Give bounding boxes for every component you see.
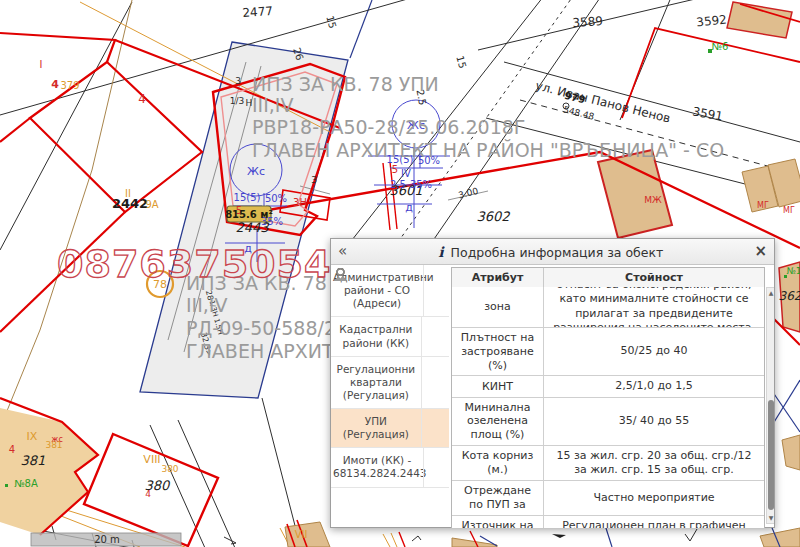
map-label: МГ [783,206,795,215]
map-label: МЖ [644,195,662,205]
map-label: жс [51,435,63,444]
black-mark [552,534,566,538]
map-label: 379 [60,80,79,91]
map-label: №8А [14,478,38,489]
map-label: 2.5 [390,179,406,190]
layer-sidebar: Административни райони - СО (Адреси) Кад… [331,265,449,488]
map-label: 3.00 [457,186,479,201]
map-label: д [405,201,413,214]
layer-pin-icon [421,317,449,355]
scroll-up-icon[interactable]: ▲ [767,288,774,298]
value-cell: Частно мероприятие [544,481,764,515]
map-label: 15 [324,15,338,30]
map-label: 380 [161,464,178,474]
table-row: Отреждане по ПУП за Частно мероприятие [452,480,764,515]
table-row: Кота корниз (м.) 15 за жил. сгр. 20 за о… [452,445,764,481]
panel-body: Административни райони - СО (Адреси) Кад… [331,265,774,528]
map-label: 4 [138,92,146,106]
value-cell: 2,5/1,0 до 1,5 [544,376,764,396]
collapse-button[interactable]: « [338,244,347,259]
attr-cell: Отреждане по ПУП за [452,481,544,515]
brown-line [0,0,132,428]
map-label: 548.48 [562,104,595,121]
map-label: 3592 [696,12,728,29]
map-label: ГЛАВЕН АРХИТЕКТ НА РАЙОН "ВРЪБНИЦА" - СО [252,139,724,161]
table-scrollbar[interactable]: ▲ ▼ [766,287,774,524]
sidebar-item-label: Имоти (КК) - 68134.2824.2443 [331,448,423,486]
value-cell: 35/ 40 до 55 [544,398,764,445]
map-label: 1/3 [230,96,244,106]
table-row: КИНТ 2,5/1,0 до 1,5 [452,375,764,396]
value-cell: 50/25 до 40 [544,328,764,375]
map-label: №1 [786,266,800,276]
map-label: IX [27,430,38,443]
map-label: 9А [145,199,158,210]
attr-cell: Източник на данните [452,516,544,528]
layer-pin-icon [423,265,449,316]
map-label: 2442 [112,196,148,211]
map-label: РД-09-50-588/21 [186,317,348,339]
map-label: 3591 [691,105,724,124]
map-label: 5 [392,164,398,175]
table-row: Източник на данните Регулационен план в … [452,515,764,528]
scroll-down-icon[interactable]: ▼ [767,513,774,523]
highlight-edge [350,0,372,58]
layer-pin-icon [421,409,449,447]
map-label: 381 [21,453,46,468]
map-label: 4 [145,489,151,499]
sidebar-item-label: Регулационни квартали (Регулация) [331,357,421,408]
map-label: 0876375054 [57,242,331,286]
map-label: 815.6 м² [225,209,273,220]
sidebar-item-label: Кадастрални райони (КК) [331,317,421,355]
map-label: 20 m [94,534,120,545]
sidebar-item-upi-regulation[interactable]: УПИ (Регулация) [331,409,449,448]
map-label: Жс [247,165,265,178]
panel-title: Подробна информация за обект [451,245,664,260]
sidebar-item-imoti-kk[interactable]: Имоти (КК) - 68134.2824.2443 [331,448,449,487]
map-label: III,IV [252,94,293,116]
value-cell: отнасят за околоградския район, като мин… [544,287,764,327]
layer-pin-icon [423,448,449,486]
table-row: Плътност на застрояване (%) 50/25 до 40 [452,327,764,375]
panel-header: « iПодробна информация за обект × [331,239,774,265]
value-cell: Регулационен план в графичен вид [544,516,764,528]
map-label: VIII [143,453,160,466]
attr-cell: Плътност на застрояване (%) [452,328,544,375]
info-icon: i [438,244,443,260]
map-label: IV [401,168,411,179]
attr-cell: КИНТ [452,376,544,396]
map-label: ИПЗ ЗА КВ. 78 УПИ [252,73,439,95]
scrollbar-thumb[interactable] [768,400,774,510]
sidebar-item-regulation-quarters[interactable]: Регулационни квартали (Регулация) [331,357,449,409]
col-header-value: Стойност [544,268,764,287]
sidebar-item-label: УПИ (Регулация) [331,409,421,447]
table-row: Мининална озеленена площ (%) 35/ 40 до 5… [452,397,764,445]
value-cell: 15 за жил. сгр. 20 за общ. сгр./12 за жи… [544,446,764,481]
close-icon[interactable]: × [754,244,767,259]
col-header-attribute: Атрибут [452,268,544,287]
map-label: РВР18-РА50-28/25.06.2018Г [252,116,525,138]
gis-app: 247735893592№63591ул. Иван Панов Ненов97… [0,0,800,547]
map-label: 15(5) [234,192,261,203]
map-label: МГ [757,201,769,210]
map-label: 2477 [242,4,273,20]
map-label: 2443 [235,220,270,235]
map-label: VII [295,529,308,540]
map-label: 3589 [572,14,603,30]
map-label: ГЛАВЕН АРХИТ [186,340,334,362]
attribute-table: Атрибут Стойност зона отнасят за окологр… [451,267,765,528]
map-label: III,IV [186,294,227,316]
map-label: 3 [235,76,241,86]
table-row: зона отнасят за околоградския район, кат… [452,287,764,327]
map-label: №6 [712,41,729,52]
attribute-table-header: Атрибут Стойност [452,268,764,287]
attr-cell: Кота корниз (м.) [452,446,544,481]
map-label: 3602 [476,209,510,224]
attr-cell: зона [452,287,544,327]
map-label: 35% [410,179,432,190]
attr-cell: Мининална озеленена площ (%) [452,398,544,445]
parcel-ix-fill [0,408,98,535]
map-label: I [40,59,43,70]
sidebar-item-cadastral-regions[interactable]: Кадастрални райони (КК) [331,317,449,356]
map-label: 50% [265,193,287,204]
